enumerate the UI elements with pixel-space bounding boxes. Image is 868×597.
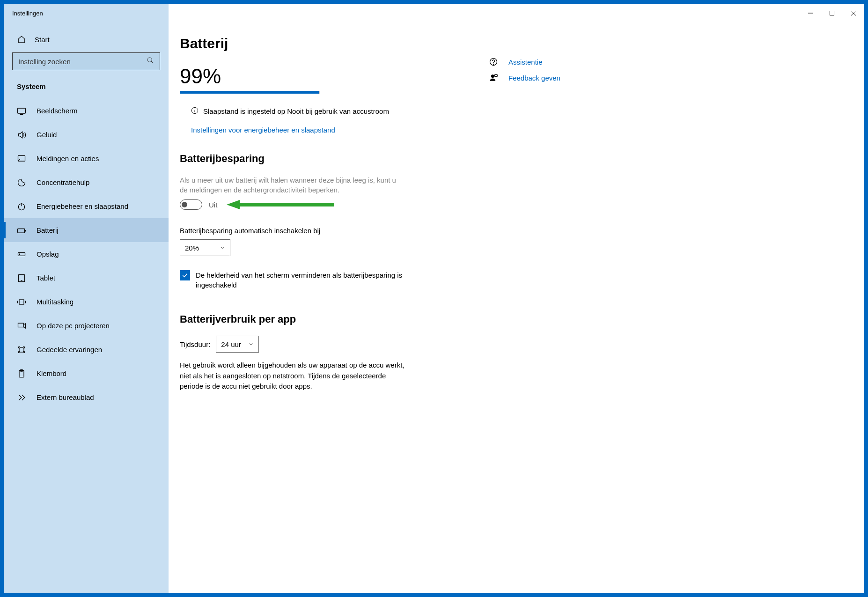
sidebar-item-remote[interactable]: Extern bureaublad (4, 385, 169, 409)
shared-icon (17, 345, 26, 354)
chevron-down-icon (220, 244, 225, 252)
sidebar-item-storage[interactable]: Opslag (4, 242, 169, 266)
main-column: Batterij 99% Slaapstand is ingesteld op … (180, 36, 489, 593)
svg-rect-11 (18, 228, 25, 232)
power-icon (17, 202, 26, 211)
chevron-down-icon (248, 340, 254, 348)
sidebar-item-battery[interactable]: Batterij (4, 218, 169, 242)
svg-line-31 (19, 395, 22, 398)
feedback-link[interactable]: Feedback geven (489, 73, 620, 82)
svg-line-32 (19, 398, 22, 400)
svg-rect-6 (18, 108, 26, 113)
svg-point-21 (18, 346, 20, 348)
search-container (4, 52, 169, 79)
aside: Assistentie Feedback geven (489, 36, 620, 593)
sidebar-item-display[interactable]: Beeldscherm (4, 99, 169, 123)
window-title: Instellingen (12, 10, 43, 17)
sidebar: Start Systeem Beeldscherm Geluid (4, 22, 169, 593)
sidebar-item-notifications[interactable]: Meldingen en acties (4, 147, 169, 170)
sidebar-home[interactable]: Start (4, 30, 169, 52)
battery-bar-fill (180, 91, 319, 94)
titlebar: Instellingen (4, 4, 864, 22)
svg-rect-1 (830, 11, 834, 15)
tablet-icon (17, 273, 26, 283)
auto-on-select[interactable]: 20% (180, 239, 230, 256)
storage-icon (17, 250, 26, 259)
svg-point-40 (493, 64, 493, 64)
battery-saver-toggle[interactable] (180, 199, 202, 210)
sidebar-item-label: Tablet (37, 274, 55, 282)
svg-rect-20 (18, 323, 24, 327)
content: Start Systeem Beeldscherm Geluid (4, 22, 864, 593)
brightness-checkbox-row: De helderheid van het scherm verminderen… (180, 270, 405, 290)
svg-line-34 (22, 398, 25, 400)
auto-on-value: 20% (185, 244, 199, 252)
svg-point-23 (18, 351, 20, 353)
sidebar-item-focus[interactable]: Concentratiehulp (4, 170, 169, 194)
sound-icon (17, 130, 26, 140)
time-label: Tijdsduur: (180, 340, 210, 348)
sidebar-item-label: Meldingen en acties (37, 155, 99, 162)
sidebar-home-label: Start (35, 36, 50, 44)
display-icon (17, 106, 26, 116)
toggle-knob (182, 202, 187, 207)
battery-saver-desc: Als u meer uit uw batterij wilt halen wa… (180, 175, 400, 195)
sidebar-item-label: Extern bureaublad (37, 393, 94, 401)
settings-window: Instellingen Start Systeem Be (4, 4, 864, 593)
feedback-label: Feedback geven (508, 74, 560, 82)
minimize-button[interactable] (800, 4, 821, 22)
sidebar-item-label: Op deze pc projecteren (37, 322, 110, 330)
focus-icon (17, 178, 26, 187)
battery-icon (17, 226, 26, 235)
sleep-info-row: Slaapstand is ingesteld op Nooit bij geb… (180, 107, 489, 116)
sidebar-item-label: Batterij (37, 226, 59, 234)
battery-bar (180, 91, 320, 94)
brightness-checkbox[interactable] (180, 270, 190, 280)
time-row: Tijdsduur: 24 uur (180, 336, 489, 353)
battery-percent: 99% (180, 65, 489, 88)
sidebar-item-clipboard[interactable]: Klembord (4, 361, 169, 385)
sidebar-item-power[interactable]: Energiebeheer en slaapstand (4, 194, 169, 218)
search-input[interactable] (18, 58, 141, 66)
project-icon (17, 321, 26, 331)
sidebar-item-label: Geluid (37, 131, 57, 139)
sidebar-item-label: Gedeelde ervaringen (37, 346, 102, 354)
help-icon (489, 57, 498, 66)
usage-title: Batterijverbruik per app (180, 313, 489, 325)
close-button[interactable] (843, 4, 864, 22)
svg-line-5 (151, 61, 153, 63)
search-box[interactable] (12, 52, 160, 70)
battery-saver-title: Batterijbesparing (180, 153, 489, 165)
auto-on-label: Batterijbesparing automatisch inschakele… (180, 227, 489, 235)
sidebar-item-label: Klembord (37, 369, 66, 377)
sidebar-item-sound[interactable]: Geluid (4, 123, 169, 147)
svg-line-33 (22, 395, 25, 398)
time-select[interactable]: 24 uur (216, 336, 259, 353)
power-settings-link[interactable]: Instellingen voor energiebeheer en slaap… (180, 126, 335, 134)
svg-point-14 (19, 254, 20, 255)
main-panel: Batterij 99% Slaapstand is ingesteld op … (169, 22, 864, 593)
svg-marker-38 (227, 200, 334, 209)
home-icon (17, 35, 26, 44)
sidebar-category: Systeem (4, 79, 169, 99)
svg-point-41 (491, 74, 494, 78)
clipboard-icon (17, 369, 26, 378)
maximize-button[interactable] (821, 4, 843, 22)
help-link[interactable]: Assistentie (489, 57, 620, 66)
sidebar-item-shared[interactable]: Gedeelde ervaringen (4, 338, 169, 361)
battery-saver-toggle-row: Uit (180, 199, 489, 210)
sidebar-item-label: Beeldscherm (37, 107, 78, 115)
toggle-state-label: Uit (209, 201, 217, 209)
svg-point-24 (23, 351, 24, 353)
sidebar-item-label: Concentratiehulp (37, 178, 89, 186)
window-controls (800, 4, 864, 22)
svg-rect-17 (19, 300, 24, 304)
sidebar-item-tablet[interactable]: Tablet (4, 266, 169, 290)
help-label: Assistentie (508, 58, 543, 66)
sidebar-item-multitasking[interactable]: Multitasking (4, 290, 169, 314)
page-title: Batterij (180, 36, 489, 52)
usage-body: Het gebruik wordt alleen bijgehouden als… (180, 360, 405, 392)
multitasking-icon (17, 297, 26, 307)
sidebar-item-label: Multitasking (37, 298, 74, 306)
sidebar-item-project[interactable]: Op deze pc projecteren (4, 314, 169, 338)
